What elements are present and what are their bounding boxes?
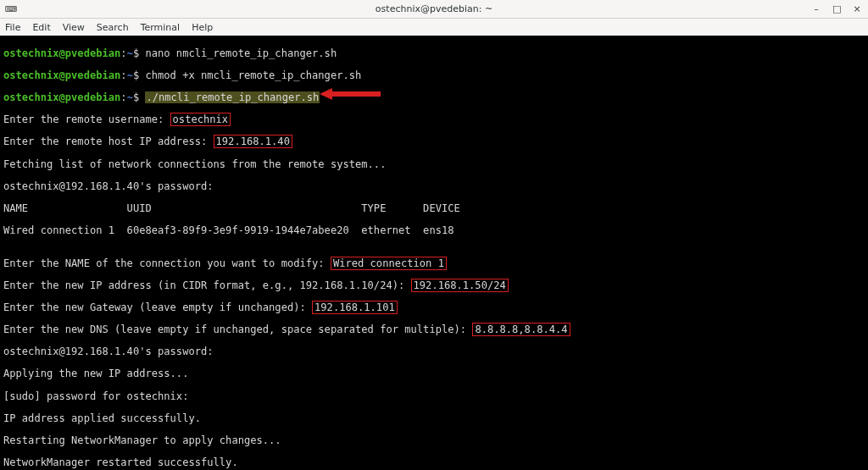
prompt-user: ostechnix@pvedebian <box>3 47 120 59</box>
output-text: Enter the new Gateway (leave empty if un… <box>3 301 312 313</box>
close-button[interactable]: × <box>853 4 861 14</box>
minimize-button[interactable]: – <box>812 4 821 14</box>
menu-file[interactable]: File <box>3 22 22 33</box>
menu-terminal[interactable]: Terminal <box>139 22 182 33</box>
boxed-input-connection: Wired connection 1 <box>331 257 447 270</box>
output-line: Fetching list of network connections fro… <box>3 159 865 170</box>
prompt-path: ~ <box>127 69 133 81</box>
maximize-button[interactable]: □ <box>832 4 841 14</box>
boxed-input-ip: 192.168.1.50/24 <box>411 279 509 292</box>
window-title: ostechnix@pvedebian: ~ <box>376 3 492 14</box>
output-line: Applying the new IP address... <box>3 368 865 379</box>
terminal-viewport[interactable]: ostechnix@pvedebian:~$ nano nmcli_remote… <box>0 36 868 470</box>
menu-edit[interactable]: Edit <box>31 22 52 33</box>
output-line: NAME UUID TYPE DEVICE <box>3 203 865 214</box>
prompt-sigil: $ <box>133 91 139 103</box>
boxed-input-gateway: 192.168.1.101 <box>312 301 398 314</box>
output-line: NetworkManager restarted successfully. <box>3 457 865 468</box>
boxed-input-dns: 8.8.8.8,8.8.4.4 <box>472 323 570 336</box>
terminal-icon: ⌨ <box>5 4 17 14</box>
boxed-input-hostip: 192.168.1.40 <box>214 135 292 148</box>
output-line: Wired connection 1 60e8eaf3-89f9-3e9f-99… <box>3 225 865 236</box>
menu-view[interactable]: View <box>61 22 86 33</box>
output-text: Enter the remote host IP address: <box>3 135 214 147</box>
output-text: Enter the new DNS (leave empty if unchan… <box>3 323 472 335</box>
output-line: Restarting NetworkManager to apply chang… <box>3 435 865 446</box>
output-line: ostechnix@192.168.1.40's password: <box>3 181 865 192</box>
prompt-sigil: $ <box>133 69 139 81</box>
output-line: Enter the NAME of the connection you wan… <box>3 258 865 269</box>
output-line: [sudo] password for ostechnix: <box>3 391 865 402</box>
output-text: Enter the new IP address (in CIDR format… <box>3 279 411 291</box>
prompt-line: ostechnix@pvedebian:~$ nano nmcli_remote… <box>3 48 865 59</box>
output-text: Enter the NAME of the connection you wan… <box>3 257 331 269</box>
prompt-sep: : <box>120 69 126 81</box>
prompt-sep: : <box>120 47 126 59</box>
menubar: File Edit View Search Terminal Help <box>0 19 868 36</box>
window-titlebar: ⌨ ostechnix@pvedebian: ~ – □ × <box>0 0 868 19</box>
window-controls: – □ × <box>812 0 861 18</box>
output-line: Enter the new Gateway (leave empty if un… <box>3 302 865 313</box>
output-line: IP address applied successfully. <box>3 413 865 424</box>
output-line: Enter the new DNS (leave empty if unchan… <box>3 324 865 335</box>
output-text: Enter the remote username: <box>3 113 170 125</box>
prompt-sep: : <box>120 91 126 103</box>
output-line: ostechnix@192.168.1.40's password: <box>3 346 865 357</box>
output-line: Enter the new IP address (in CIDR format… <box>3 280 865 291</box>
boxed-input-username: ostechnix <box>170 113 231 126</box>
menu-search[interactable]: Search <box>95 22 131 33</box>
command-text: nano nmcli_remote_ip_changer.sh <box>145 47 337 59</box>
prompt-user: ostechnix@pvedebian <box>3 91 120 103</box>
highlighted-command: ./nmcli_remote_ip_changer.sh <box>145 91 320 103</box>
output-line: Enter the remote host IP address: 192.16… <box>3 136 865 147</box>
prompt-user: ostechnix@pvedebian <box>3 69 120 81</box>
prompt-path: ~ <box>127 47 133 59</box>
output-line: Enter the remote username: ostechnix <box>3 114 865 125</box>
prompt-path: ~ <box>127 91 133 103</box>
prompt-sigil: $ <box>133 47 139 59</box>
command-text: chmod +x nmcli_remote_ip_changer.sh <box>145 69 361 81</box>
prompt-line: ostechnix@pvedebian:~$ chmod +x nmcli_re… <box>3 70 865 81</box>
prompt-line: ostechnix@pvedebian:~$ ./nmcli_remote_ip… <box>3 92 865 103</box>
menu-help[interactable]: Help <box>190 22 214 33</box>
